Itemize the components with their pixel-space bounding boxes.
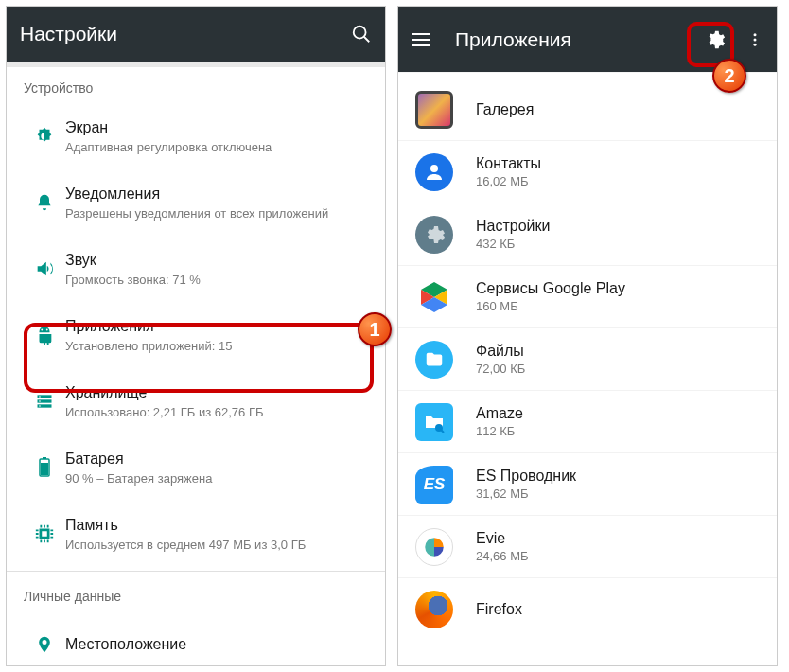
app-row-firefox[interactable]: Firefox (398, 578, 777, 641)
app-size: 24,66 МБ (476, 549, 529, 563)
app-icon-amaze (415, 403, 453, 441)
label: Местоположение (65, 635, 368, 655)
setting-memory[interactable]: ПамятьИспользуется в среднем 497 МБ из 3… (7, 501, 385, 567)
app-size: 112 КБ (476, 424, 523, 438)
app-name: Amaze (476, 405, 523, 422)
battery-icon (38, 457, 51, 478)
apps-list: Галерея Контакты16,02 МБ Настройки432 КБ… (398, 73, 777, 641)
appbar: Настройки (7, 7, 385, 67)
app-icon-evie (415, 528, 453, 566)
page-title: Настройки (20, 23, 351, 45)
svg-point-7 (39, 396, 41, 398)
app-row-settings[interactable]: Настройки432 КБ (398, 203, 777, 266)
svg-line-1 (364, 37, 370, 43)
app-size: 160 МБ (476, 299, 625, 313)
app-size: 16,02 МБ (476, 174, 541, 188)
setting-storage[interactable]: ХранилищеИспользовано: 2,21 ГБ из 62,76 … (7, 368, 385, 434)
section-header-device: Устройство (7, 67, 385, 103)
label: Хранилище (65, 383, 368, 403)
app-icon-es: ES (415, 466, 453, 504)
sublabel: Использовано: 2,21 ГБ из 62,76 ГБ (65, 405, 368, 419)
svg-point-9 (39, 405, 41, 407)
app-name: Сервисы Google Play (476, 280, 625, 297)
label: Экран (65, 118, 368, 138)
page-title: Приложения (455, 28, 705, 51)
setting-sound[interactable]: ЗвукГромкость звонка: 71 % (7, 236, 385, 302)
setting-display[interactable]: ЭкранАдаптивная регулировка отключена (7, 103, 385, 169)
app-icon-play-services (415, 278, 453, 316)
app-size: 432 КБ (476, 237, 550, 251)
app-row-es[interactable]: ES ES Проводник31,62 МБ (398, 453, 777, 516)
step-badge-2: 2 (712, 59, 746, 93)
app-size: 72,00 КБ (476, 362, 525, 376)
sound-icon (34, 258, 55, 279)
location-icon (35, 634, 54, 655)
app-row-evie[interactable]: Evie24,66 МБ (398, 516, 777, 578)
svg-rect-12 (41, 463, 48, 475)
memory-icon (34, 523, 55, 544)
overflow-icon[interactable] (746, 31, 763, 48)
sublabel: Разрешены уведомления от всех приложений (65, 206, 368, 221)
svg-point-3 (46, 329, 48, 331)
sublabel: Установлено приложений: 15 (65, 339, 368, 353)
app-row-gms[interactable]: Сервисы Google Play160 МБ (398, 266, 777, 328)
label: Память (65, 516, 368, 536)
sublabel: Используется в среднем 497 МБ из 3,0 ГБ (65, 538, 368, 552)
section-header-personal: Личные данные (7, 575, 385, 611)
app-icon-gallery (415, 91, 453, 129)
svg-point-0 (354, 27, 366, 39)
android-icon (34, 325, 55, 345)
app-icon-files (415, 341, 453, 379)
app-icon-firefox (415, 591, 453, 628)
brightness-icon (34, 126, 55, 147)
svg-rect-14 (42, 531, 47, 537)
app-name: Контакты (476, 155, 541, 172)
svg-point-8 (39, 400, 41, 402)
bell-icon (35, 193, 54, 212)
app-name: Настройки (476, 218, 550, 235)
label: Приложения (65, 317, 368, 337)
svg-point-15 (754, 33, 757, 36)
app-name: ES Проводник (476, 468, 576, 485)
svg-rect-11 (43, 457, 46, 459)
step-badge-1: 1 (358, 312, 392, 346)
svg-point-2 (41, 329, 43, 331)
svg-point-16 (754, 38, 757, 41)
setting-battery[interactable]: Батарея90 % – Батарея заряжена (7, 434, 385, 501)
setting-apps[interactable]: ПриложенияУстановлено приложений: 15 (7, 302, 385, 368)
storage-icon (35, 392, 54, 411)
setting-location[interactable]: Местоположение (7, 611, 385, 666)
setting-notifications[interactable]: УведомленияРазрешены уведомления от всех… (7, 169, 385, 236)
app-name: Evie (476, 530, 529, 547)
app-name: Файлы (476, 343, 525, 360)
sublabel: 90 % – Батарея заряжена (65, 471, 368, 486)
label: Батарея (65, 450, 368, 469)
svg-point-18 (430, 165, 438, 172)
gear-icon[interactable] (705, 29, 726, 50)
app-row-contacts[interactable]: Контакты16,02 МБ (398, 141, 777, 203)
app-name: Галерея (476, 101, 534, 118)
app-name: Firefox (476, 601, 522, 618)
search-icon[interactable] (351, 24, 372, 44)
svg-point-17 (754, 43, 757, 45)
app-row-files[interactable]: Файлы72,00 КБ (398, 328, 777, 391)
apps-screen: Приложения Галерея Контакты16,02 МБ Наст… (397, 6, 778, 666)
app-size: 31,62 МБ (476, 486, 576, 501)
sublabel: Громкость звонка: 71 % (65, 273, 368, 287)
label: Звук (65, 251, 368, 271)
app-row-amaze[interactable]: Amaze112 КБ (398, 391, 777, 453)
app-icon-contacts (415, 153, 453, 191)
label: Уведомления (65, 185, 368, 204)
settings-screen: Настройки Устройство ЭкранАдаптивная рег… (6, 6, 386, 666)
menu-icon[interactable] (412, 33, 430, 46)
app-icon-settings (415, 216, 453, 254)
sublabel: Адаптивная регулировка отключена (65, 140, 368, 154)
